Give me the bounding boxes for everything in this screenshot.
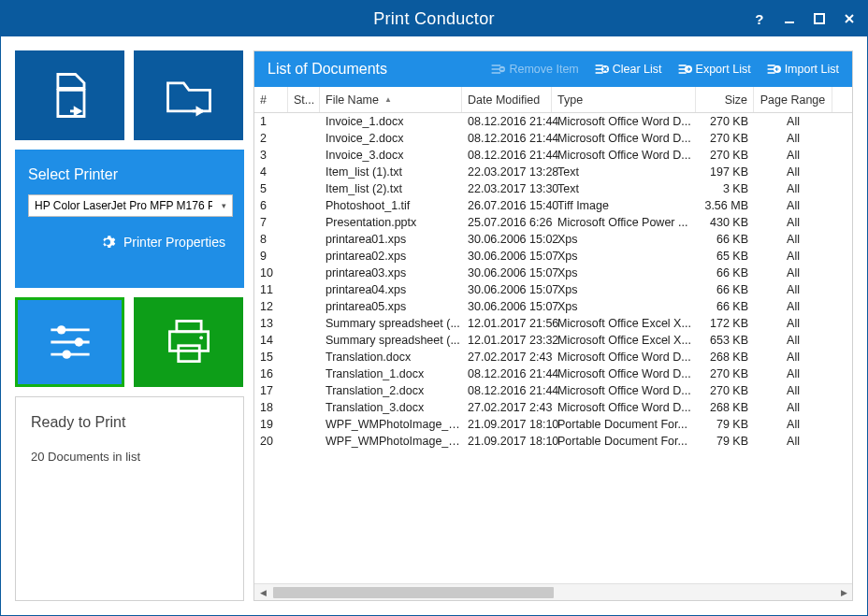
col-header-date[interactable]: Date Modified xyxy=(462,87,552,112)
table-row[interactable]: 18Translation_3.docx27.02.2017 2:43Micro… xyxy=(254,399,852,416)
printer-panel: Select Printer HP Color LaserJet Pro MFP… xyxy=(15,150,244,288)
import-list-button[interactable]: Import List xyxy=(762,59,843,79)
col-header-name[interactable]: File Name▲ xyxy=(320,87,462,112)
cell-type: Xps xyxy=(552,250,696,263)
cell-size: 270 KB xyxy=(696,132,754,145)
print-tile[interactable] xyxy=(134,297,243,387)
printer-properties-link[interactable]: Printer Properties xyxy=(99,234,233,251)
cell-type: Microsoft Office Word D... xyxy=(552,149,696,162)
cell-type: Microsoft Office Word D... xyxy=(552,384,696,397)
window-controls: ? xyxy=(747,1,861,36)
tile-row-1 xyxy=(15,50,244,140)
table-row[interactable]: 17Translation_2.docx08.12.2016 21:44Micr… xyxy=(254,382,852,399)
table-row[interactable]: 14Summary spreadsheet (...12.01.2017 23:… xyxy=(254,332,852,349)
cell-range: All xyxy=(754,283,832,296)
cell-date: 30.06.2006 15:07 xyxy=(462,300,552,313)
cell-name: Translation_2.docx xyxy=(320,384,462,397)
titlebar: Print Conductor ? xyxy=(1,1,867,36)
col-header-range[interactable]: Page Range xyxy=(754,87,832,112)
export-list-button[interactable]: Export List xyxy=(673,59,755,79)
status-panel: Ready to Print 20 Documents in list xyxy=(15,396,244,601)
list-panel: List of Documents Remove Item Clear List… xyxy=(253,50,853,601)
cell-range: All xyxy=(754,199,832,212)
cell-date: 30.06.2006 15:07 xyxy=(462,266,552,279)
cell-date: 27.02.2017 2:43 xyxy=(462,401,552,414)
table-row[interactable]: 9printarea02.xps30.06.2006 15:07Xps65 KB… xyxy=(254,248,852,265)
window-title: Print Conductor xyxy=(373,9,495,29)
app-window: Print Conductor ? xyxy=(0,0,868,616)
table-row[interactable]: 12printarea05.xps30.06.2006 15:07Xps66 K… xyxy=(254,298,852,315)
horizontal-scrollbar[interactable]: ◀ ▶ xyxy=(254,583,852,600)
svg-rect-31 xyxy=(767,64,774,66)
cell-range: All xyxy=(754,351,832,364)
cell-date: 12.01.2017 23:32 xyxy=(462,334,552,347)
cell-num: 6 xyxy=(254,199,288,212)
cell-name: Translation_1.docx xyxy=(320,367,462,380)
cell-range: All xyxy=(754,401,832,414)
svg-rect-16 xyxy=(492,64,501,66)
minimize-button[interactable] xyxy=(777,7,802,31)
cell-size: 66 KB xyxy=(696,283,754,296)
scroll-left-arrow[interactable]: ◀ xyxy=(254,584,271,601)
cell-range: All xyxy=(754,367,832,380)
cell-range: All xyxy=(754,165,832,179)
cell-type: Microsoft Office Excel X... xyxy=(552,317,696,330)
cell-size: 270 KB xyxy=(696,384,754,397)
maximize-button[interactable] xyxy=(807,7,832,31)
cell-range: All xyxy=(754,266,832,279)
cell-size: 66 KB xyxy=(696,266,754,279)
export-icon xyxy=(677,62,692,77)
table-row[interactable]: 5Item_list (2).txt22.03.2017 13:30Text3 … xyxy=(254,180,852,197)
svg-rect-33 xyxy=(767,72,774,74)
svg-rect-20 xyxy=(501,68,504,70)
settings-tile[interactable] xyxy=(15,297,124,387)
col-header-size[interactable]: Size xyxy=(696,87,754,112)
add-folder-tile[interactable] xyxy=(134,50,243,140)
scroll-track[interactable] xyxy=(271,586,835,599)
table-row[interactable]: 16Translation_1.docx08.12.2016 21:44Micr… xyxy=(254,365,852,382)
cell-name: printarea02.xps xyxy=(320,250,462,263)
scroll-right-arrow[interactable]: ▶ xyxy=(835,584,852,601)
remove-icon xyxy=(490,62,505,77)
col-header-num[interactable]: # xyxy=(254,87,288,112)
table-row[interactable]: 19WPF_WMPhotoImage_R...21.09.2017 18:10P… xyxy=(254,416,852,433)
cell-date: 21.09.2017 18:10 xyxy=(462,435,552,448)
chevron-down-icon: ▾ xyxy=(222,201,226,210)
gear-icon xyxy=(99,234,116,251)
cell-name: WPF_WMPhotoImage_R... xyxy=(320,435,462,448)
cell-date: 26.07.2016 15:40 xyxy=(462,199,552,212)
table-row[interactable]: 13Summary spreadsheet (...12.01.2017 21:… xyxy=(254,315,852,332)
sort-asc-icon: ▲ xyxy=(384,95,392,104)
cell-date: 08.12.2016 21:44 xyxy=(462,149,552,162)
close-button[interactable] xyxy=(837,7,861,31)
table-row[interactable]: 11printarea04.xps30.06.2006 15:07Xps66 K… xyxy=(254,281,852,298)
table-row[interactable]: 2Invoice_2.docx08.12.2016 21:44Microsoft… xyxy=(254,130,852,147)
cell-size: 3 KB xyxy=(696,182,754,195)
cell-name: Photoshoot_1.tif xyxy=(320,199,462,212)
cell-range: All xyxy=(754,182,832,195)
export-list-label: Export List xyxy=(696,63,751,76)
table-row[interactable]: 3Invoice_3.docx08.12.2016 21:44Microsoft… xyxy=(254,147,852,164)
cell-num: 1 xyxy=(254,115,288,128)
table-row[interactable]: 15Translation.docx27.02.2017 2:43Microso… xyxy=(254,349,852,365)
svg-rect-1 xyxy=(815,14,824,23)
table-row[interactable]: 20WPF_WMPhotoImage_R...21.09.2017 18:10P… xyxy=(254,433,852,450)
printer-dropdown[interactable]: HP Color LaserJet Pro MFP M176 PC ▾ xyxy=(28,194,233,217)
table-row[interactable]: 4Item_list (1).txt22.03.2017 13:28Text19… xyxy=(254,164,852,180)
clear-list-button[interactable]: Clear List xyxy=(590,59,666,79)
help-button[interactable]: ? xyxy=(747,7,772,31)
table-row[interactable]: 1Invoice_1.docx08.12.2016 21:44Microsoft… xyxy=(254,113,852,130)
svg-rect-12 xyxy=(176,322,200,332)
table-row[interactable]: 7Presentation.pptx25.07.2016 6:26Microso… xyxy=(254,214,852,231)
left-panel: Select Printer HP Color LaserJet Pro MFP… xyxy=(15,50,244,601)
col-header-type[interactable]: Type xyxy=(552,87,696,112)
cell-date: 30.06.2006 15:07 xyxy=(462,283,552,296)
cell-size: 79 KB xyxy=(696,435,754,448)
table-row[interactable]: 10printarea03.xps30.06.2006 15:07Xps66 K… xyxy=(254,265,852,281)
add-files-tile[interactable] xyxy=(15,50,124,140)
scroll-thumb[interactable] xyxy=(273,587,554,598)
table-row[interactable]: 8printarea01.xps30.06.2006 15:02Xps66 KB… xyxy=(254,231,852,248)
table-row[interactable]: 6Photoshoot_1.tif26.07.2016 15:40Tiff Im… xyxy=(254,197,852,214)
col-header-state[interactable]: St... xyxy=(288,87,320,112)
cell-type: Microsoft Office Word D... xyxy=(552,367,696,380)
